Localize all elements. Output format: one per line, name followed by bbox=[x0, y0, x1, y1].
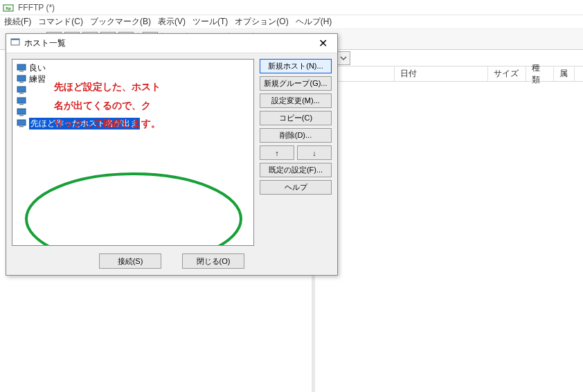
svg-rect-16 bbox=[17, 109, 26, 114]
new-group-button[interactable]: 新規グループ(G)... bbox=[260, 76, 332, 91]
svg-rect-10 bbox=[17, 75, 26, 81]
svg-rect-19 bbox=[19, 126, 24, 127]
help-button[interactable]: ヘルプ bbox=[260, 180, 332, 195]
svg-rect-9 bbox=[19, 71, 24, 72]
host-label: 先ほど作ったホスト名が出ま bbox=[29, 118, 140, 130]
col-size[interactable]: サイズ bbox=[488, 66, 526, 81]
default-settings-button[interactable]: 既定の設定(F)... bbox=[260, 163, 332, 177]
host-item[interactable] bbox=[15, 107, 251, 118]
dialog-side-buttons: 新規ホスト(N)... 新規グループ(G)... 設定変更(M)... コピー(… bbox=[260, 59, 332, 246]
remote-pane: 前 日付 サイズ 種類 属 bbox=[315, 50, 583, 392]
svg-rect-18 bbox=[17, 120, 26, 125]
host-item[interactable] bbox=[15, 96, 251, 107]
move-down-button[interactable]: ↓ bbox=[297, 145, 332, 160]
arrow-buttons: ↑ ↓ bbox=[260, 145, 332, 160]
dialog-title: ホスト一覧 bbox=[24, 37, 66, 49]
host-item[interactable]: 良い bbox=[15, 62, 251, 73]
menubar: 接続(F) コマンド(C) ブックマーク(B) 表示(V) ツール(T) オプシ… bbox=[0, 15, 583, 29]
close-icon[interactable]: ✕ bbox=[312, 36, 333, 51]
copy-button[interactable]: コピー(C) bbox=[260, 111, 332, 125]
col-kind[interactable]: 種類 bbox=[526, 66, 554, 81]
dialog-titlebar: ホスト一覧 ✕ bbox=[6, 34, 337, 53]
menu-help[interactable]: ヘルプ(H) bbox=[296, 16, 332, 28]
address-dropdown[interactable] bbox=[337, 51, 350, 65]
dialog-icon bbox=[10, 37, 20, 49]
edit-button[interactable]: 設定変更(M)... bbox=[260, 93, 332, 108]
svg-rect-14 bbox=[17, 98, 26, 103]
host-icon bbox=[17, 119, 26, 127]
dialog-body: 良い 練習 先ほど作ったホスト名が出ま bbox=[6, 53, 337, 251]
menu-option[interactable]: オプション(O) bbox=[235, 16, 288, 28]
host-icon bbox=[17, 64, 26, 72]
remote-column-headers: 前 日付 サイズ 種類 属 bbox=[315, 66, 583, 82]
svg-rect-12 bbox=[17, 87, 26, 92]
host-icon bbox=[17, 97, 26, 105]
svg-rect-11 bbox=[19, 82, 24, 83]
host-label: 良い bbox=[29, 62, 46, 74]
new-host-button[interactable]: 新規ホスト(N)... bbox=[260, 59, 332, 73]
host-list-dialog: ホスト一覧 ✕ 良い 練習 bbox=[6, 33, 338, 276]
col-date[interactable]: 日付 bbox=[395, 66, 488, 81]
dialog-footer: 接続(S) 閉じる(O) bbox=[6, 251, 337, 275]
menu-bookmark[interactable]: ブックマーク(B) bbox=[90, 16, 151, 28]
close-button[interactable]: 閉じる(O) bbox=[182, 253, 244, 269]
host-icon bbox=[17, 108, 26, 116]
menu-connect[interactable]: 接続(F) bbox=[4, 16, 31, 28]
menu-view[interactable]: 表示(V) bbox=[158, 16, 186, 28]
host-list[interactable]: 良い 練習 先ほど作ったホスト名が出ま bbox=[12, 59, 254, 246]
svg-rect-8 bbox=[17, 64, 26, 70]
col-attr[interactable]: 属 bbox=[554, 66, 575, 81]
host-label: 練習 bbox=[29, 73, 46, 85]
titlebar: ftp FFFTP (*) bbox=[0, 0, 583, 15]
window-title: FFFTP (*) bbox=[18, 3, 55, 12]
svg-rect-13 bbox=[19, 93, 24, 94]
svg-rect-17 bbox=[19, 115, 24, 116]
delete-button[interactable]: 削除(D)... bbox=[260, 128, 332, 143]
connect-button[interactable]: 接続(S) bbox=[99, 253, 161, 269]
app-icon: ftp bbox=[3, 2, 14, 13]
host-item-selected[interactable]: 先ほど作ったホスト名が出ま bbox=[15, 118, 251, 129]
host-item[interactable]: 練習 bbox=[15, 73, 251, 84]
menu-tool[interactable]: ツール(T) bbox=[192, 16, 228, 28]
host-item[interactable] bbox=[15, 84, 251, 96]
svg-rect-7 bbox=[11, 39, 19, 40]
host-icon bbox=[17, 86, 26, 94]
move-up-button[interactable]: ↑ bbox=[260, 145, 294, 160]
svg-rect-15 bbox=[19, 104, 24, 105]
svg-point-20 bbox=[26, 174, 241, 246]
menu-command[interactable]: コマンド(C) bbox=[38, 16, 83, 28]
host-icon bbox=[17, 75, 26, 83]
callout-annotation bbox=[19, 163, 248, 246]
svg-text:ftp: ftp bbox=[6, 6, 11, 10]
